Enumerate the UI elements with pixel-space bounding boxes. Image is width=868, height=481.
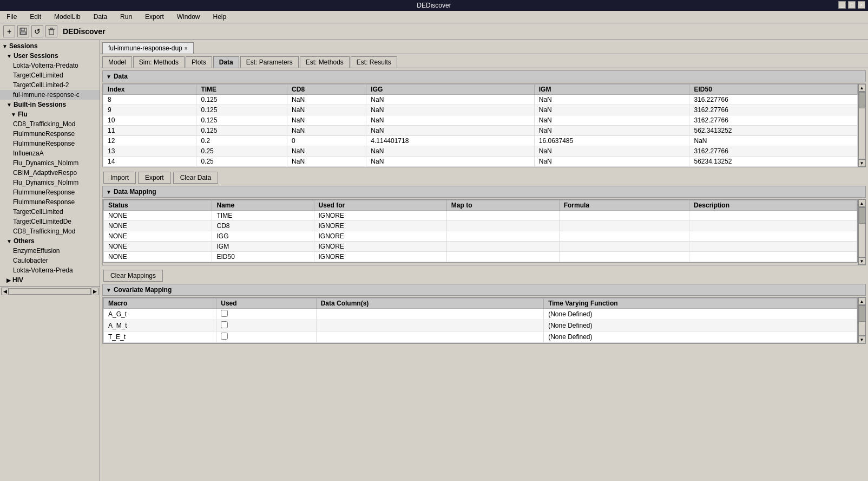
map-col-mapto: Map to <box>446 200 559 211</box>
sessions-label: Sessions <box>9 42 38 50</box>
mapping-scroll-up[interactable]: ▲ <box>858 199 866 207</box>
flu-item-1[interactable]: FluImmuneResponse <box>0 129 100 139</box>
hiv-header[interactable]: ▶ HIV <box>0 275 100 285</box>
close-button[interactable]: × <box>858 1 865 9</box>
col-cd8: CD8 <box>287 84 366 95</box>
flu-item-0[interactable]: CD8_Trafficking_Mod <box>0 119 100 129</box>
menu-edit[interactable]: Edit <box>23 12 48 22</box>
built-in-sessions-arrow: ▼ <box>6 102 12 108</box>
session-item-tcl2[interactable]: TargetCellLimited-2 <box>0 80 100 90</box>
mapping-scroll-down[interactable]: ▼ <box>858 257 866 265</box>
covariate-scroll-thumb[interactable] <box>859 306 865 322</box>
mapping-section-header[interactable]: ▼ Data Mapping <box>102 186 866 198</box>
others-item-1[interactable]: Caulobacter <box>0 256 100 265</box>
refresh-button[interactable]: ↺ <box>31 25 43 37</box>
import-button[interactable]: Import <box>103 172 136 184</box>
mapping-buttons: Clear Mappings <box>102 268 866 284</box>
covariate-table-scroll[interactable]: Macro Used Data Column(s) Time Varying F… <box>103 297 858 343</box>
covariate-table-inner: Macro Used Data Column(s) Time Varying F… <box>103 297 858 343</box>
tab-ful-immune[interactable]: ful-immune-response-dup × <box>102 42 194 54</box>
covariate-checkbox[interactable] <box>221 310 228 317</box>
covariate-scroll-up[interactable]: ▲ <box>858 297 866 305</box>
covariate-scrollbar[interactable]: ▲ ▼ <box>858 297 865 343</box>
built-in-sessions-label: Built-in Sessions <box>14 101 66 108</box>
minimize-button[interactable]: _ <box>838 1 846 9</box>
flu-item-4[interactable]: Flu_Dynamics_NoImm <box>0 158 100 168</box>
maximize-button[interactable]: □ <box>848 1 856 9</box>
flu-item-11[interactable]: CD8_Trafficking_Mod <box>0 226 100 236</box>
clear-mappings-button[interactable]: Clear Mappings <box>103 270 163 282</box>
mapping-scroll-track[interactable] <box>858 207 866 257</box>
nav-tab-est-methods[interactable]: Est: Methods <box>300 56 350 68</box>
flu-item-7[interactable]: FluImmuneResponse <box>0 187 100 197</box>
menu-run[interactable]: Run <box>114 12 139 22</box>
flu-item-9[interactable]: TargetCellLimited <box>0 207 100 217</box>
covariate-checkbox[interactable] <box>221 321 228 328</box>
data-table-inner: Index TIME CD8 IGG IGM EID50 80.125NaNNa… <box>103 84 858 167</box>
delete-button[interactable] <box>45 25 57 37</box>
table-row: 110.125NaNNaNNaN562.3413252 <box>103 126 858 136</box>
sessions-header[interactable]: ▼ Sessions <box>0 41 100 51</box>
nav-tab-plots[interactable]: Plots <box>186 56 212 68</box>
flu-item-3[interactable]: InfluenzaA <box>0 148 100 158</box>
others-item-2[interactable]: Lokta-Volterra-Preda <box>0 265 100 275</box>
others-item-0[interactable]: EnzymeEffusion <box>0 246 100 256</box>
sidebar-scrollbar[interactable] <box>9 288 91 295</box>
others-header[interactable]: ▼ Others <box>0 236 100 246</box>
flu-item-2[interactable]: FluImmuneResponse <box>0 139 100 148</box>
nav-tab-model[interactable]: Model <box>102 56 132 68</box>
data-scroll-thumb[interactable] <box>859 92 865 108</box>
menu-data[interactable]: Data <box>87 12 114 22</box>
nav-tab-sim-methods[interactable]: Sim: Methods <box>133 56 185 68</box>
svg-rect-3 <box>49 30 54 35</box>
session-item-ful[interactable]: ful-immune-response-c <box>0 90 100 100</box>
sidebar-bottom: ◀ ▶ <box>0 286 100 296</box>
mapping-scrollbar[interactable]: ▲ ▼ <box>858 199 865 265</box>
clear-data-button[interactable]: Clear Data <box>173 172 218 184</box>
data-scroll-up[interactable]: ▲ <box>858 84 866 92</box>
sidebar-scroll-right[interactable]: ▶ <box>91 288 98 295</box>
data-table-scrollbar[interactable]: ▲ ▼ <box>858 84 865 167</box>
window-controls[interactable]: _ □ × <box>838 1 865 9</box>
session-item-tcl[interactable]: TargetCellLimited <box>0 70 100 80</box>
table-row: 120.204.11440171816.0637485NaN <box>103 136 858 146</box>
nav-tab-data[interactable]: Data <box>213 56 239 68</box>
flu-header[interactable]: ▼ Flu <box>0 109 100 119</box>
flu-item-5[interactable]: CBIM_AdaptiveRespo <box>0 168 100 178</box>
table-row: 100.125NaNNaNNaN3162.27766 <box>103 115 858 126</box>
sidebar-scroll-left[interactable]: ◀ <box>1 288 9 295</box>
data-table-scroll[interactable]: Index TIME CD8 IGG IGM EID50 80.125NaNNa… <box>103 84 858 167</box>
data-section-header[interactable]: ▼ Data <box>102 70 866 82</box>
tab-label: ful-immune-response-dup <box>108 44 182 52</box>
mapping-table-scroll[interactable]: Status Name Used for Map to Formula Desc… <box>103 199 858 263</box>
menu-window[interactable]: Window <box>170 12 207 22</box>
flu-item-6[interactable]: Flu_Dynamics_NoImm <box>0 178 100 187</box>
mapping-section-arrow: ▼ <box>106 189 111 195</box>
flu-item-8[interactable]: FluImmuneResponse <box>0 197 100 207</box>
nav-tab-est-params[interactable]: Est: Parameters <box>240 56 299 68</box>
mapping-scroll-thumb[interactable] <box>859 207 865 224</box>
menu-help[interactable]: Help <box>206 12 233 22</box>
tab-close-icon[interactable]: × <box>185 46 188 51</box>
export-button[interactable]: Export <box>138 172 171 184</box>
flu-arrow: ▼ <box>11 112 16 118</box>
nav-tab-est-results[interactable]: Est: Results <box>351 56 397 68</box>
table-row: T_E_t(None Defined) <box>104 332 857 343</box>
built-in-sessions-header[interactable]: ▼ Built-in Sessions <box>0 100 100 109</box>
data-scroll-down[interactable]: ▼ <box>858 159 866 167</box>
new-button[interactable]: + <box>3 25 15 37</box>
flu-item-10[interactable]: TargetCellLimitedDe <box>0 217 100 226</box>
covariate-scroll-track[interactable] <box>858 305 866 336</box>
mapping-section-label: Data Mapping <box>114 188 156 196</box>
covariate-section-header[interactable]: ▼ Covariate Mapping <box>102 284 866 296</box>
tab-bar: ful-immune-response-dup × <box>100 40 868 54</box>
covariate-checkbox[interactable] <box>221 333 228 340</box>
menu-file[interactable]: File <box>0 12 23 22</box>
user-sessions-header[interactable]: ▼ User Sessions <box>0 51 100 61</box>
covariate-scroll-down[interactable]: ▼ <box>858 336 866 343</box>
menu-export[interactable]: Export <box>139 12 170 22</box>
data-scroll-track[interactable] <box>858 92 866 159</box>
save-button[interactable] <box>17 25 29 37</box>
menu-modellib[interactable]: ModelLib <box>48 12 87 22</box>
session-item-lokta[interactable]: Lokta-Volterra-Predato <box>0 61 100 70</box>
